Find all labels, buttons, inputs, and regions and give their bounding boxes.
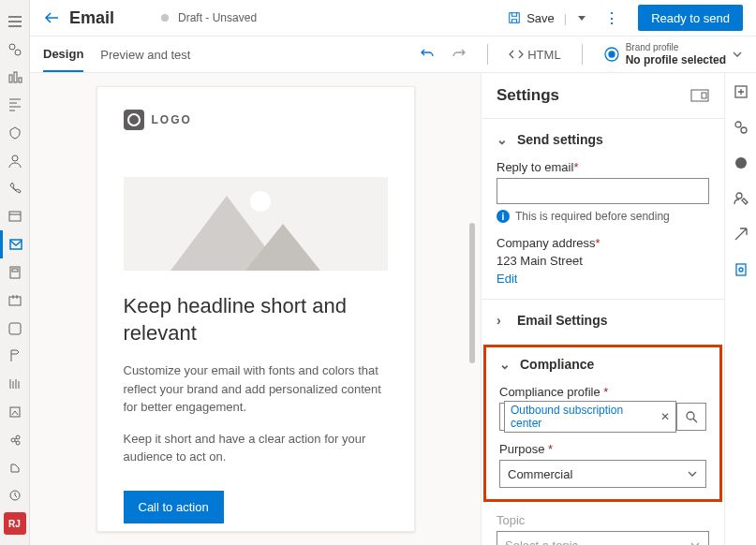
purpose-value: Commercial	[508, 467, 572, 481]
header-icon[interactable]	[690, 89, 709, 102]
brand-profile-picker[interactable]: Brand profile No profile selected	[603, 43, 743, 66]
svg-rect-11	[9, 323, 21, 334]
settings-rail-icon[interactable]	[732, 260, 750, 279]
svg-rect-20	[691, 90, 708, 101]
chevron-down-icon	[732, 49, 743, 60]
cta-button[interactable]: Call to action	[124, 491, 224, 523]
rail-item-9[interactable]	[0, 258, 30, 287]
svg-rect-6	[9, 212, 21, 221]
save-label: Save	[526, 11, 555, 25]
svg-point-1	[15, 50, 21, 55]
ready-to-send-button[interactable]: Ready to send	[638, 5, 743, 31]
hero-placeholder-image[interactable]	[124, 177, 388, 271]
status-dot-icon	[161, 14, 169, 22]
user-avatar[interactable]: RJ	[0, 509, 30, 538]
email-settings-toggle[interactable]: › Email Settings	[497, 309, 709, 331]
search-icon[interactable]	[676, 404, 705, 430]
compliance-profile-value: Outbound subscription center	[511, 404, 655, 430]
hamburger-icon[interactable]	[0, 7, 30, 36]
purpose-select[interactable]: Commercial	[499, 460, 706, 488]
rail-item-14[interactable]	[0, 398, 30, 426]
save-split-chevron-icon[interactable]	[578, 16, 586, 21]
rail-item-email[interactable]	[0, 230, 30, 258]
rail-item-15[interactable]	[0, 426, 30, 454]
svg-point-19	[609, 52, 615, 57]
svg-rect-9	[12, 269, 18, 272]
svg-rect-28	[736, 264, 746, 275]
rail-item-6[interactable]	[0, 175, 30, 203]
rail-item-11[interactable]	[0, 315, 30, 343]
canvas-wrap: LOGO Keep headline short and relevant Cu…	[30, 73, 481, 545]
main-area: Email Draft - Unsaved Save | ⋮ Ready to …	[30, 0, 756, 545]
rail-item-3[interactable]	[0, 91, 30, 119]
rail-item-7[interactable]	[0, 203, 30, 231]
svg-rect-21	[702, 93, 706, 98]
topic-select[interactable]: Select a topic	[497, 531, 709, 545]
svg-rect-10	[9, 297, 21, 305]
app-left-rail: RJ	[0, 0, 30, 545]
brand-caption: Brand profile	[626, 43, 726, 52]
svg-point-29	[739, 268, 743, 272]
email-settings-section: › Email Settings	[482, 299, 724, 345]
redo-icon[interactable]	[452, 47, 467, 62]
canvas-scrollbar[interactable]	[469, 223, 475, 363]
rail-item-17[interactable]	[0, 482, 30, 510]
personalize-icon[interactable]	[732, 189, 750, 208]
company-address-label: Company address	[497, 236, 596, 250]
title-bar: Email Draft - Unsaved Save | ⋮ Ready to …	[30, 0, 756, 36]
logo-text: LOGO	[152, 113, 192, 126]
compliance-toggle[interactable]: ⌄ Compliance	[499, 353, 706, 376]
body-text-1[interactable]: Customize your email with fonts and colo…	[124, 361, 388, 417]
svg-point-0	[9, 44, 15, 50]
compliance-profile-label: Compliance profile	[499, 385, 600, 399]
logo-icon	[124, 110, 144, 130]
send-icon[interactable]	[732, 225, 750, 243]
svg-rect-17	[510, 13, 520, 23]
compliance-profile-input[interactable]: Outbound subscription center ✕	[499, 403, 706, 431]
rail-item-2[interactable]	[0, 64, 30, 92]
rail-item-5[interactable]	[0, 147, 30, 175]
rail-item-10[interactable]	[0, 287, 30, 315]
reply-info-text: This is required before sending	[515, 210, 670, 223]
html-button[interactable]: HTML	[509, 47, 560, 62]
info-icon: i	[497, 210, 510, 223]
svg-rect-2	[9, 75, 12, 82]
tab-design[interactable]: Design	[43, 37, 83, 72]
headline-text[interactable]: Keep headline short and relevant	[124, 293, 388, 346]
right-panel: Settings ⌄ Send settings Reply to email*…	[481, 73, 756, 545]
rail-item-13[interactable]	[0, 370, 30, 398]
page-title: Email	[69, 8, 114, 28]
rail-item-1[interactable]	[0, 36, 30, 64]
add-element-icon[interactable]	[732, 82, 750, 101]
chevron-down-icon: ⌄	[497, 132, 510, 147]
rail-item-12[interactable]	[0, 343, 30, 371]
svg-point-22	[687, 412, 694, 420]
save-button[interactable]: Save	[508, 11, 555, 25]
rail-item-16[interactable]	[0, 454, 30, 482]
svg-point-5	[12, 155, 18, 161]
email-canvas[interactable]: LOGO Keep headline short and relevant Cu…	[96, 86, 415, 532]
reply-to-label: Reply to email	[497, 160, 573, 174]
undo-icon[interactable]	[420, 47, 435, 62]
workspace: LOGO Keep headline short and relevant Cu…	[30, 73, 756, 545]
svg-rect-7	[10, 240, 22, 249]
reply-to-input[interactable]	[497, 178, 709, 204]
topic-placeholder: Select a topic	[505, 538, 578, 546]
theme-icon[interactable]	[732, 154, 750, 172]
back-icon[interactable]	[43, 9, 60, 26]
layers-icon[interactable]	[732, 118, 750, 137]
edit-link[interactable]: Edit	[497, 272, 517, 286]
svg-point-27	[736, 193, 742, 199]
more-actions-icon[interactable]: ⋮	[595, 9, 629, 27]
svg-rect-4	[19, 78, 22, 82]
svg-point-24	[735, 122, 741, 127]
chevron-down-icon	[689, 539, 701, 545]
send-settings-toggle[interactable]: ⌄ Send settings	[497, 128, 709, 151]
rail-item-4[interactable]	[0, 119, 30, 147]
tab-preview[interactable]: Preview and test	[100, 38, 190, 71]
settings-title: Settings	[497, 86, 559, 105]
clear-tag-icon[interactable]: ✕	[660, 410, 670, 423]
svg-point-13	[11, 438, 15, 442]
svg-point-26	[735, 157, 747, 169]
body-text-2[interactable]: Keep it short and have a clear action fo…	[124, 430, 388, 466]
